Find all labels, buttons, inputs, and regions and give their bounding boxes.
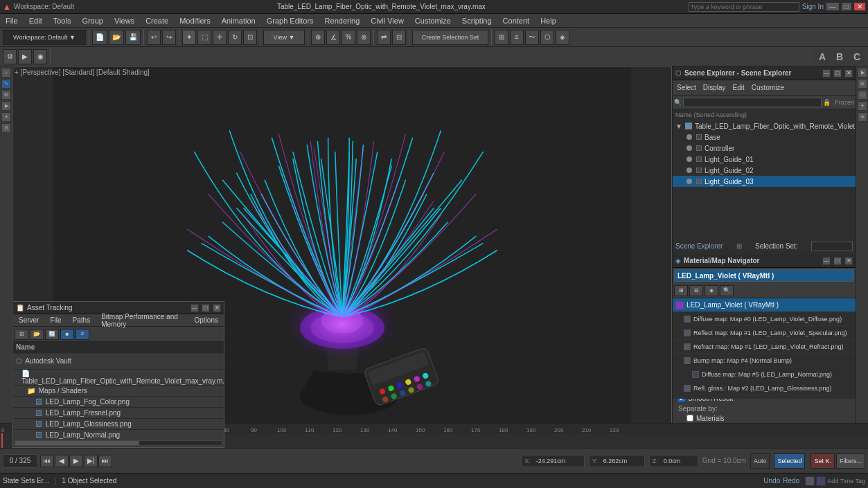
menu-customize[interactable]: Customize	[412, 17, 454, 25]
asset-horizontal-scrollbar[interactable]	[15, 440, 222, 446]
hierarchy-panel-btn[interactable]: ⊞	[1, 90, 11, 100]
tree-item-lg01[interactable]: Light_Guide_01	[673, 154, 856, 165]
mirror-btn[interactable]: ⇌	[377, 30, 391, 45]
status-icon-2[interactable]	[816, 476, 826, 486]
explorer-search[interactable]	[683, 98, 822, 107]
vis-toggle-base[interactable]	[687, 134, 692, 140]
utilities-panel-btn[interactable]: ⚙	[1, 123, 11, 133]
menu-help[interactable]: Help	[538, 17, 559, 25]
menu-scripting[interactable]: Scripting	[459, 17, 495, 25]
filters-btn[interactable]: Filters...	[836, 453, 865, 469]
asset-tool-5[interactable]: ≡	[76, 329, 89, 340]
align-btn[interactable]: ⊟	[392, 30, 406, 45]
asset-row-fog-color[interactable]: 🖼 LED_Lamp_Fog_Color.png Found	[13, 396, 224, 407]
mat-btn-1[interactable]: ⊞	[674, 285, 688, 296]
tree-item-controller[interactable]: Controller	[673, 143, 856, 154]
materials-checkbox[interactable]	[687, 415, 693, 422]
mat-btn-3[interactable]: ◈	[705, 285, 718, 296]
asset-menu-file[interactable]: File	[47, 316, 64, 324]
workspace-dropdown[interactable]: Workspace: Default ▼	[3, 30, 86, 45]
prev-frame-btn[interactable]: ◀	[55, 455, 69, 467]
angle-snap-btn[interactable]: ∡	[326, 30, 340, 45]
menu-views[interactable]: Views	[112, 17, 137, 25]
status-icon-1[interactable]	[805, 476, 815, 486]
spinner-snap-btn[interactable]: ⊗	[357, 30, 371, 45]
selection-set-input[interactable]	[811, 242, 853, 251]
mat-item-bump[interactable]: Bump map: Map #4 (Normal Bump)	[673, 354, 856, 368]
mat-item-refract[interactable]: Refract map: Map #1 (LED_Lamp_Violet_Ref…	[673, 340, 856, 354]
letter-c-btn[interactable]: C	[849, 48, 865, 65]
render-setup-btn[interactable]: ⚙	[3, 49, 17, 64]
material-nav-maximize[interactable]: □	[833, 257, 842, 265]
asset-tool-4[interactable]: ■	[60, 329, 74, 340]
redo-label[interactable]: Redo	[783, 477, 799, 485]
asset-maximize[interactable]: □	[202, 304, 210, 312]
scale-btn[interactable]: ⊡	[243, 30, 257, 45]
mat-item-normal[interactable]: Diffuse map: Map #5 (LED_Lamp_Normal.png…	[673, 368, 856, 381]
set-key-btn[interactable]: Set K.	[811, 453, 835, 469]
curve-editor-btn[interactable]: 〜	[525, 30, 539, 45]
mat-item-diffuse[interactable]: Diffuse map: Map #0 (LED_Lamp_Violet_Dif…	[673, 312, 856, 326]
layer-manager-btn[interactable]: ⊞	[495, 30, 508, 45]
percent-snap-btn[interactable]: %	[342, 30, 355, 45]
far-right-icon-1[interactable]: ▶	[858, 68, 867, 78]
far-right-icon-3[interactable]: ⬡	[858, 90, 867, 100]
move-btn[interactable]: ✛	[213, 30, 227, 45]
vis-toggle-lg02[interactable]	[687, 168, 692, 173]
asset-menu-paths[interactable]: Paths	[70, 316, 94, 324]
select-btn[interactable]: ✦	[182, 30, 196, 45]
x-coord-input[interactable]	[536, 456, 581, 466]
menu-file[interactable]: File	[3, 17, 21, 25]
vis-toggle-lg01[interactable]	[687, 156, 692, 162]
menu-tools[interactable]: Tools	[51, 17, 74, 25]
undo-btn[interactable]: ↩	[147, 30, 161, 45]
asset-file-list[interactable]: Name Status ⬡ Autodesk Vault Logged ... …	[13, 342, 224, 439]
asset-tool-3[interactable]: 🔄	[45, 329, 59, 340]
snap-toggle-btn[interactable]: ⊕	[311, 30, 325, 45]
select-region-btn[interactable]: ⬚	[197, 30, 211, 45]
explorer-tab-edit[interactable]: Edit	[730, 84, 747, 91]
far-right-icon-4[interactable]: ✦	[858, 101, 867, 111]
go-start-btn[interactable]: ⏮	[40, 455, 54, 467]
menu-civil-view[interactable]: Civil View	[368, 17, 406, 25]
display-panel-btn[interactable]: ☀	[1, 112, 11, 122]
asset-row-file[interactable]: 📄 Table_LED_Lamp_Fiber_Optic_with_Remote…	[13, 369, 224, 385]
search-input[interactable]	[689, 2, 799, 12]
material-nav-minimize[interactable]: —	[822, 257, 831, 265]
tree-item-base[interactable]: Base	[673, 132, 856, 143]
signin-btn[interactable]: Sign In	[802, 3, 824, 10]
active-shade-btn[interactable]: ◉	[33, 49, 47, 64]
mat-item-root[interactable]: LED_Lamp_Violet ( VRayMtl )	[673, 298, 856, 312]
asset-close[interactable]: ✕	[213, 304, 221, 312]
far-right-icon-2[interactable]: ⊞	[858, 79, 867, 89]
menu-modifiers[interactable]: Modifiers	[177, 17, 213, 25]
far-right-icon-5[interactable]: ⊕	[858, 112, 867, 122]
playhead[interactable]	[1, 433, 3, 448]
motion-panel-btn[interactable]: ▶	[1, 101, 11, 111]
close-btn[interactable]: ✕	[854, 3, 865, 10]
rotate-btn[interactable]: ↻	[228, 30, 242, 45]
letter-b-btn[interactable]: B	[831, 48, 848, 65]
vis-toggle-controller[interactable]	[687, 145, 692, 151]
scene-explorer-maximize[interactable]: □	[833, 69, 842, 78]
asset-row-glossiness[interactable]: 🖼 LED_Lamp_Glossiness.png Found	[13, 418, 224, 429]
redo-btn[interactable]: ↪	[162, 30, 176, 45]
menu-animation[interactable]: Animation	[219, 17, 258, 25]
scene-explorer-minimize[interactable]: —	[822, 69, 831, 78]
create-panel-btn[interactable]: +	[1, 68, 11, 78]
y-coord-input[interactable]	[603, 456, 641, 466]
material-list[interactable]: LED_Lamp_Violet ( VRayMtl ) Diffuse map:…	[673, 298, 856, 399]
material-editor-btn[interactable]: ◈	[556, 30, 569, 45]
restore-btn[interactable]: □	[842, 3, 851, 10]
material-nav-close[interactable]: ✕	[844, 257, 853, 265]
menu-group[interactable]: Group	[79, 17, 106, 25]
scene-explorer-close[interactable]: ✕	[844, 69, 853, 78]
tree-item-lg02[interactable]: Light_Guide_02	[673, 165, 856, 176]
selected-btn[interactable]: Selected	[774, 453, 805, 469]
render-btn[interactable]: ▶	[18, 49, 32, 64]
auto-key-btn[interactable]: Auto	[750, 453, 770, 469]
scene-tree[interactable]: ▼ Table_LED_Lamp_Fiber_Optic_with_Remote…	[673, 120, 856, 239]
menu-graph-editors[interactable]: Graph Editors	[264, 17, 317, 25]
asset-row-vault[interactable]: ⬡ Autodesk Vault Logged ...	[13, 353, 224, 369]
menu-rendering[interactable]: Rendering	[322, 17, 363, 25]
